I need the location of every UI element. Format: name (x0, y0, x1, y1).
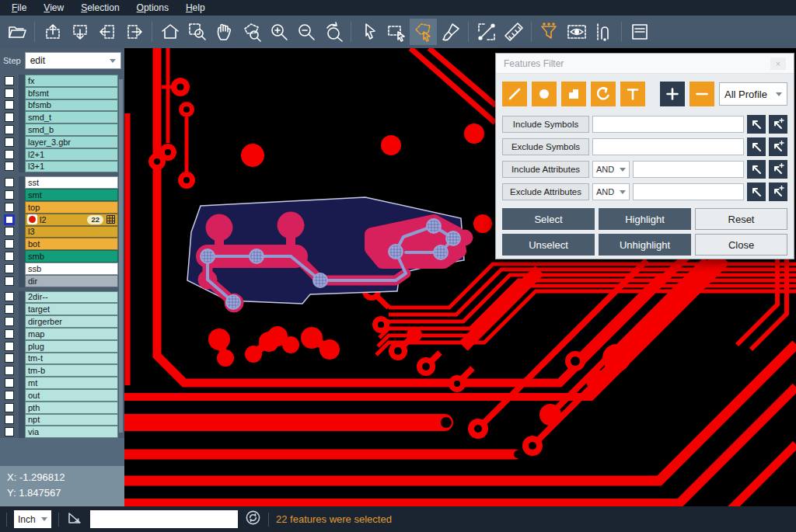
pan-down-button[interactable] (66, 19, 93, 45)
layer-row[interactable]: npt (0, 414, 118, 426)
layer-name-cell[interactable]: pth (25, 402, 118, 414)
layer-name-cell[interactable]: target (25, 303, 118, 315)
layer-visibility-checkbox[interactable] (5, 162, 14, 171)
layer-visibility-checkbox[interactable] (5, 227, 14, 236)
select-pointer-button[interactable] (355, 19, 382, 45)
filter-arc-button[interactable] (591, 82, 616, 106)
unselect-button[interactable]: Unselect (502, 234, 595, 256)
layer-visibility-checkbox[interactable] (5, 113, 14, 122)
layer-row[interactable]: 2dir-- (0, 291, 118, 304)
step-select[interactable]: edit (25, 52, 121, 69)
layer-visibility-checkbox[interactable] (5, 178, 14, 187)
layer-name-cell[interactable]: sst (25, 176, 118, 189)
layer-row[interactable]: fx (0, 75, 118, 87)
layer-name-cell[interactable]: plug (25, 340, 118, 353)
profile-select[interactable]: All Profile (719, 82, 787, 106)
layer-name-cell[interactable]: l3 (25, 226, 118, 238)
select-polygon-button[interactable] (410, 19, 437, 45)
pick-attribute-button[interactable] (747, 160, 766, 179)
layer-visibility-checkbox[interactable] (5, 264, 14, 273)
layer-name-cell[interactable]: tm-b (25, 364, 118, 377)
open-button[interactable] (3, 19, 30, 45)
layer-row[interactable]: via (0, 426, 118, 438)
units-select[interactable]: Inch (14, 510, 51, 528)
layer-name-cell[interactable]: dir (25, 275, 118, 287)
unhighlight-button[interactable]: Unhighlight (599, 234, 691, 256)
filter-pad-button[interactable] (532, 82, 557, 106)
layer-name-cell[interactable]: smd_t (25, 111, 118, 123)
layer-visibility-checkbox[interactable] (5, 403, 14, 412)
layer-name-cell[interactable]: tm-t (25, 353, 118, 365)
clear-brush-button[interactable] (437, 19, 464, 45)
exclude-attributes-button[interactable]: Exclude Attributes (502, 183, 589, 200)
layer-row[interactable]: tm-t (0, 353, 118, 365)
layer-visibility-checkbox[interactable] (5, 100, 14, 110)
pick-add-symbol-button[interactable] (769, 137, 787, 156)
menu-item[interactable]: Options (128, 0, 177, 16)
layer-row[interactable]: ssb (0, 263, 118, 275)
layer-visibility-checkbox[interactable] (5, 304, 14, 314)
layer-visibility-checkbox[interactable] (5, 292, 14, 301)
highlight-button[interactable]: Highlight (599, 208, 691, 230)
ruler-button[interactable] (500, 19, 527, 45)
layer-name-cell[interactable]: fx (25, 75, 118, 87)
include-attributes-input[interactable] (633, 161, 744, 178)
filter-remove-button[interactable] (690, 82, 714, 106)
layer-name-cell[interactable]: smt (25, 189, 118, 201)
menu-item[interactable]: File (3, 0, 35, 16)
layer-name-cell[interactable]: 2dir-- (25, 291, 118, 304)
layer-name-cell[interactable]: l2 22 (25, 214, 118, 226)
layers-panel-button[interactable] (626, 19, 653, 45)
close-button[interactable]: Close (695, 234, 787, 256)
layer-list-scrollbar[interactable] (119, 79, 123, 433)
layer-visibility-checkbox[interactable] (5, 190, 14, 200)
layer-row[interactable]: out (0, 389, 118, 402)
layer-row[interactable]: smd_t (0, 111, 118, 123)
include-attributes-operator-select[interactable]: AND (592, 161, 630, 178)
layer-visibility-checkbox[interactable] (5, 353, 14, 363)
layer-row[interactable]: tm-b (0, 364, 118, 377)
layer-visibility-checkbox[interactable] (5, 378, 14, 388)
layer-row[interactable]: l3+1 (0, 161, 118, 173)
layer-visibility-checkbox[interactable] (5, 137, 14, 147)
layer-visibility-checkbox[interactable] (5, 150, 14, 159)
layer-name-cell[interactable]: bot (25, 238, 118, 250)
filter-surface-button[interactable] (561, 82, 586, 106)
layer-row[interactable]: l3 (0, 226, 118, 238)
layer-name-cell[interactable]: npt (25, 414, 118, 426)
view-options-button[interactable] (563, 19, 590, 45)
layer-name-cell[interactable]: ssb (25, 263, 118, 275)
layer-row[interactable]: dirgerber (0, 315, 118, 328)
layer-visibility-checkbox[interactable] (5, 203, 14, 212)
pick-symbol-button[interactable] (747, 137, 766, 156)
layer-visibility-checkbox[interactable] (5, 342, 14, 351)
layer-visibility-checkbox[interactable] (5, 366, 14, 375)
layer-visibility-checkbox[interactable] (5, 252, 14, 261)
layer-visibility-checkbox[interactable] (5, 89, 14, 98)
pan-left-button[interactable] (93, 19, 120, 45)
layer-visibility-checkbox[interactable] (5, 239, 14, 249)
exclude-symbols-input[interactable] (592, 138, 744, 155)
pick-add-attribute-button[interactable] (769, 183, 787, 201)
active-layer-indicator[interactable] (27, 214, 37, 224)
layer-name-cell[interactable]: smb (25, 250, 118, 263)
pick-add-symbol-button[interactable] (769, 115, 787, 134)
zoom-in-button[interactable] (265, 19, 292, 45)
zoom-out-button[interactable] (292, 19, 319, 45)
layer-name-cell[interactable]: via (25, 426, 118, 438)
select-rectangle-button[interactable] (382, 19, 410, 45)
layer-row[interactable]: pth (0, 402, 118, 414)
filter-line-button[interactable] (502, 82, 527, 106)
refresh-button[interactable] (245, 509, 261, 529)
layer-row[interactable]: top (0, 201, 118, 214)
pick-symbol-button[interactable] (747, 115, 766, 134)
layer-row[interactable]: l2 22 (0, 214, 118, 226)
layer-row[interactable]: bot (0, 238, 118, 250)
command-input[interactable] (90, 510, 238, 528)
layer-row[interactable]: target (0, 303, 118, 315)
layer-visibility-checkbox[interactable] (5, 76, 14, 85)
pick-add-attribute-button[interactable] (769, 160, 787, 179)
layer-row[interactable]: smd_b (0, 123, 118, 136)
layer-row[interactable]: mt (0, 377, 118, 389)
filter-text-button[interactable] (620, 82, 645, 106)
